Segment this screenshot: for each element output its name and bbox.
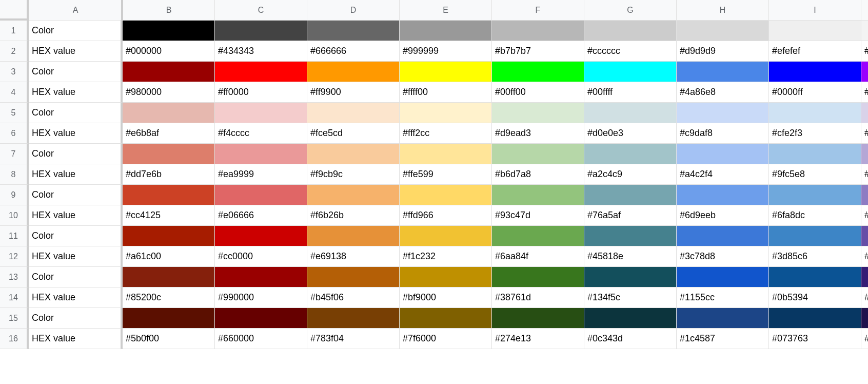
column-header-b[interactable]: B (121, 0, 215, 21)
color-swatch-cell[interactable] (492, 267, 584, 287)
color-swatch-cell[interactable] (584, 267, 677, 287)
color-swatch-cell[interactable] (307, 103, 400, 123)
hex-value-cell[interactable]: #00ffff (584, 82, 677, 103)
spreadsheet-grid[interactable]: ABCDEFGHIJK1Color2HEX value#000000#43434… (0, 0, 868, 349)
hex-value-cell[interactable]: #fce5cd (307, 123, 400, 144)
color-swatch-cell[interactable] (492, 62, 584, 82)
hex-value-cell[interactable]: #8e7cc3 (861, 205, 868, 226)
column-header-j[interactable]: J (861, 0, 868, 21)
hex-value-cell[interactable]: #f6b26b (307, 205, 400, 226)
column-header-f[interactable]: F (492, 0, 584, 21)
row-label-color[interactable]: Color (29, 21, 123, 41)
color-swatch-cell[interactable] (677, 267, 769, 287)
color-swatch-cell[interactable] (861, 308, 868, 329)
row-label-color[interactable]: Color (29, 185, 123, 205)
color-swatch-cell[interactable] (215, 185, 307, 205)
color-swatch-cell[interactable] (677, 226, 769, 246)
color-swatch-cell[interactable] (584, 308, 677, 329)
column-header-g[interactable]: G (584, 0, 677, 21)
hex-value-cell[interactable]: #a4c2f4 (677, 164, 769, 185)
hex-value-cell[interactable]: #ea9999 (215, 164, 307, 185)
color-swatch-cell[interactable] (123, 267, 215, 287)
hex-value-cell[interactable]: #4a86e8 (677, 82, 769, 103)
color-swatch-cell[interactable] (677, 144, 769, 164)
color-swatch-cell[interactable] (123, 144, 215, 164)
hex-value-cell[interactable]: #e6b8af (123, 123, 215, 144)
hex-value-cell[interactable]: #6d9eeb (677, 205, 769, 226)
column-header-a[interactable]: A (29, 0, 123, 21)
hex-value-cell[interactable]: #7f6000 (400, 329, 492, 349)
hex-value-cell[interactable]: #e06666 (215, 205, 307, 226)
row-header-14[interactable]: 14 (0, 287, 29, 308)
hex-value-cell[interactable]: #f3f3f3 (861, 41, 868, 62)
row-header-3[interactable]: 3 (0, 62, 29, 82)
hex-value-cell[interactable]: #0c343d (584, 329, 677, 349)
hex-value-cell[interactable]: #6fa8dc (769, 205, 861, 226)
hex-value-cell[interactable]: #ffff00 (400, 82, 492, 103)
color-swatch-cell[interactable] (215, 308, 307, 329)
hex-value-cell[interactable]: #38761d (492, 287, 584, 308)
select-all-corner[interactable] (0, 0, 29, 21)
hex-value-cell[interactable]: #fff2cc (400, 123, 492, 144)
hex-value-cell[interactable]: #674ea7 (861, 246, 868, 267)
hex-value-cell[interactable]: #9900ff (861, 82, 868, 103)
color-swatch-cell[interactable] (769, 62, 861, 82)
row-label-color[interactable]: Color (29, 144, 123, 164)
row-label-color[interactable]: Color (29, 308, 123, 329)
color-swatch-cell[interactable] (492, 103, 584, 123)
color-swatch-cell[interactable] (492, 185, 584, 205)
hex-value-cell[interactable]: #1155cc (677, 287, 769, 308)
color-swatch-cell[interactable] (123, 226, 215, 246)
hex-value-cell[interactable]: #5b0f00 (123, 329, 215, 349)
row-label-hex[interactable]: HEX value (29, 287, 123, 308)
row-header-12[interactable]: 12 (0, 246, 29, 267)
hex-value-cell[interactable]: #434343 (215, 41, 307, 62)
row-label-color[interactable]: Color (29, 62, 123, 82)
color-swatch-cell[interactable] (584, 103, 677, 123)
hex-value-cell[interactable]: #0b5394 (769, 287, 861, 308)
color-swatch-cell[interactable] (769, 185, 861, 205)
hex-value-cell[interactable]: #ff0000 (215, 82, 307, 103)
row-label-color[interactable]: Color (29, 267, 123, 287)
hex-value-cell[interactable]: #93c47d (492, 205, 584, 226)
hex-value-cell[interactable]: #ff9900 (307, 82, 400, 103)
color-swatch-cell[interactable] (400, 103, 492, 123)
hex-value-cell[interactable]: #cc0000 (215, 246, 307, 267)
color-swatch-cell[interactable] (307, 144, 400, 164)
hex-value-cell[interactable]: #e69138 (307, 246, 400, 267)
hex-value-cell[interactable]: #b6d7a8 (492, 164, 584, 185)
hex-value-cell[interactable]: #76a5af (584, 205, 677, 226)
hex-value-cell[interactable]: #9fc5e8 (769, 164, 861, 185)
color-swatch-cell[interactable] (861, 226, 868, 246)
color-swatch-cell[interactable] (861, 185, 868, 205)
row-header-2[interactable]: 2 (0, 41, 29, 62)
color-swatch-cell[interactable] (584, 21, 677, 41)
hex-value-cell[interactable]: #45818e (584, 246, 677, 267)
color-swatch-cell[interactable] (492, 21, 584, 41)
row-header-10[interactable]: 10 (0, 205, 29, 226)
hex-value-cell[interactable]: #efefef (769, 41, 861, 62)
hex-value-cell[interactable]: #bf9000 (400, 287, 492, 308)
color-swatch-cell[interactable] (769, 267, 861, 287)
hex-value-cell[interactable]: #f4cccc (215, 123, 307, 144)
color-swatch-cell[interactable] (492, 308, 584, 329)
color-swatch-cell[interactable] (123, 103, 215, 123)
color-swatch-cell[interactable] (307, 21, 400, 41)
color-swatch-cell[interactable] (677, 185, 769, 205)
hex-value-cell[interactable]: #783f04 (307, 329, 400, 349)
color-swatch-cell[interactable] (677, 103, 769, 123)
hex-value-cell[interactable]: #d9ead3 (492, 123, 584, 144)
color-swatch-cell[interactable] (677, 21, 769, 41)
color-swatch-cell[interactable] (584, 185, 677, 205)
color-swatch-cell[interactable] (400, 267, 492, 287)
row-header-11[interactable]: 11 (0, 226, 29, 246)
color-swatch-cell[interactable] (400, 62, 492, 82)
hex-value-cell[interactable]: #980000 (123, 82, 215, 103)
hex-value-cell[interactable]: #d9d9d9 (677, 41, 769, 62)
hex-value-cell[interactable]: #990000 (215, 287, 307, 308)
hex-value-cell[interactable]: #0000ff (769, 82, 861, 103)
row-label-hex[interactable]: HEX value (29, 246, 123, 267)
hex-value-cell[interactable]: #cfe2f3 (769, 123, 861, 144)
color-swatch-cell[interactable] (769, 308, 861, 329)
column-header-d[interactable]: D (307, 0, 400, 21)
